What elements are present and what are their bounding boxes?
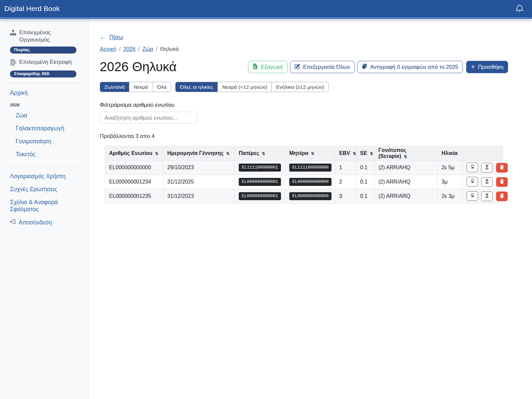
trash-icon <box>499 165 504 171</box>
cell-se: 0.1 <box>356 189 374 203</box>
farm-building-icon <box>10 59 16 67</box>
table-row: EL000000001234 31/12/2025 EL000000000001… <box>105 175 503 189</box>
results-summary: Προβάλλονται 3 απο 4 <box>100 133 532 139</box>
sidebar-item-milk-production[interactable]: Γαλακτοπαραγωγή <box>10 122 82 135</box>
trash-icon <box>499 179 504 185</box>
sidebar: Επιλεγμένος Οργανισμός Πιερίας Επιλεγμέν… <box>0 19 89 399</box>
cell-sire: EL000000000001 <box>235 189 285 203</box>
award-button[interactable] <box>466 191 478 201</box>
animal-table-body: EL000000000000 29/10/2023 EL111100000001… <box>105 161 503 203</box>
breadcrumb-year[interactable]: 2026 <box>123 46 136 52</box>
hourglass-button[interactable] <box>481 192 493 201</box>
cell-ebv: 1 <box>335 161 356 175</box>
trash-icon <box>499 193 504 199</box>
hourglass-button[interactable] <box>481 163 493 173</box>
cell-birth-date: 31/12/2025 <box>163 175 235 189</box>
sidebar-year-label: 2026 <box>10 99 82 109</box>
sort-icon: ⇅ <box>370 151 373 156</box>
edit-all-button[interactable]: Επεξεργασία Όλων <box>290 61 355 73</box>
sidebar-item-animals[interactable]: Ζώα <box>10 109 82 122</box>
organization-icon <box>10 30 16 38</box>
hourglass-icon <box>484 193 489 199</box>
life-status-filter-group: Ζωντανά Νεκρά Όλα <box>100 82 171 92</box>
column-header-birth-date[interactable]: Ημερομηνία Γέννησης⇅ <box>163 146 235 161</box>
award-icon <box>470 164 475 171</box>
sidebar-nav: Αρχική 2026 Ζώα Γαλακτοπαραγωγή Γονιμοπο… <box>10 86 82 161</box>
ear-tag-filter-label: Φιλτράρισμα αριθμού ενωτίου <box>100 102 532 108</box>
cell-actions <box>463 161 503 175</box>
sidebar-secondary-nav: Λογαριασμός Χρήστη Συχνές Ερωτήσεις Σχόλ… <box>10 170 82 229</box>
sidebar-item-user-account[interactable]: Λογαριασμός Χρήστη <box>10 170 82 183</box>
column-header-dam[interactable]: Μητέρα⇅ <box>285 146 335 161</box>
award-button[interactable] <box>466 163 478 172</box>
sidebar-item-birthing[interactable]: Τοκετός <box>10 148 82 161</box>
selected-farm-badge: Σπαφαρίδης 000 <box>10 70 76 77</box>
cell-ebv: 3 <box>335 189 356 203</box>
tab-all[interactable]: Όλα <box>153 82 171 92</box>
column-header-actions <box>463 146 503 161</box>
cell-age: 2ε 3μ <box>438 189 463 203</box>
copy-from-previous-year-button[interactable]: Αντιγραφή 0 εγγραφών από το 2025 <box>357 61 463 73</box>
tab-adult[interactable]: Ενήλικα (≥12 μηνών) <box>271 82 328 92</box>
column-header-age: Ηλικία <box>438 146 463 161</box>
award-button[interactable] <box>466 177 478 187</box>
sire-tag-badge: EL000000000001 <box>239 192 281 200</box>
navbar-accent-strip <box>0 17 532 19</box>
sidebar-divider <box>7 166 82 167</box>
tab-all-ages[interactable]: Όλες οι ηλικίες <box>176 82 217 92</box>
selected-farm-label: Επιλεγμένη Εκτροφή <box>10 59 82 67</box>
table-header-row: Αριθμός Ενωτίου⇅ Ημερομηνία Γέννησης⇅ Πα… <box>105 146 503 161</box>
column-header-ebv[interactable]: EBV⇅ <box>335 146 356 161</box>
cell-ear-tag: EL000000000000 <box>105 161 163 175</box>
toolbar: Εξαγωγή Επεξεργασία Όλων <box>248 61 508 73</box>
page-title: 2026 Θηλυκά <box>100 60 177 74</box>
dam-tag-badge: EL111100000000 <box>289 164 332 172</box>
column-header-sires[interactable]: Πατέρες⇅ <box>235 146 285 161</box>
sidebar-item-feedback[interactable]: Σχόλια & Αναφορά Σφάλματος <box>10 196 82 216</box>
delete-button[interactable] <box>496 163 508 173</box>
edit-icon <box>295 64 300 70</box>
export-button[interactable]: Εξαγωγή <box>248 61 287 73</box>
main-content: ← Πίσω Αρχική/2026/Ζώα/Θηλυκά 2026 Θηλυκ… <box>89 19 532 399</box>
column-header-genotype[interactable]: Γονότυπος (Scrapie)⇅ <box>374 146 438 161</box>
sidebar-item-logout[interactable]: Αποσύνδεση <box>10 216 82 229</box>
column-header-ear-tag[interactable]: Αριθμός Ενωτίου⇅ <box>105 146 163 161</box>
cell-ear-tag: EL000000001235 <box>105 189 163 203</box>
hourglass-button[interactable] <box>481 177 493 187</box>
cell-actions <box>463 189 503 203</box>
sort-icon: ⇅ <box>155 151 158 156</box>
tab-alive[interactable]: Ζωντανά <box>100 82 129 92</box>
table-row: EL000000000000 29/10/2023 EL111100000001… <box>105 161 503 175</box>
cell-genotype: (2) ARR/AHQ <box>374 175 438 189</box>
sire-tag-badge: EL111100000001 <box>239 164 281 172</box>
cell-sire: EL111100000001 <box>235 161 285 175</box>
excel-export-icon <box>253 64 258 70</box>
sire-tag-badge: EL000000000001 <box>239 178 281 186</box>
cell-ebv: 2 <box>335 175 356 189</box>
filter-tab-groups: Ζωντανά Νεκρά Όλα Όλες οι ηλικίες Νεαρά … <box>100 82 532 92</box>
notifications-button[interactable] <box>516 4 523 13</box>
column-header-se[interactable]: SE⇅ <box>356 146 374 161</box>
breadcrumb-animals[interactable]: Ζώα <box>142 46 153 52</box>
cell-se: 0.1 <box>356 175 374 189</box>
add-button[interactable]: + Προσθήκη <box>466 61 508 73</box>
tab-dead[interactable]: Νεκρά <box>129 82 153 92</box>
sort-icon: ⇅ <box>404 154 407 159</box>
dam-tag-badge: EL000000000000 <box>289 192 332 200</box>
sort-icon: ⇅ <box>262 151 265 156</box>
sidebar-item-faq[interactable]: Συχνές Ερωτήσεις <box>10 183 82 196</box>
breadcrumb-current: Θηλυκά <box>160 46 179 52</box>
delete-button[interactable] <box>496 192 508 201</box>
logout-icon <box>10 219 16 226</box>
sidebar-item-insemination[interactable]: Γονιμοποίηση <box>10 135 82 148</box>
delete-button[interactable] <box>496 177 508 187</box>
ear-tag-search-input[interactable] <box>100 112 198 124</box>
tab-young[interactable]: Νεαρά (<12 μηνών) <box>217 82 271 92</box>
breadcrumb-home[interactable]: Αρχική <box>100 46 116 52</box>
cell-birth-date: 31/12/2023 <box>163 189 235 203</box>
back-link[interactable]: ← Πίσω <box>100 34 123 41</box>
cell-sire: EL000000000001 <box>235 175 285 189</box>
cell-age: 2ε 5μ <box>438 161 463 175</box>
plus-icon: + <box>471 63 475 70</box>
sidebar-item-home[interactable]: Αρχική <box>10 86 82 99</box>
